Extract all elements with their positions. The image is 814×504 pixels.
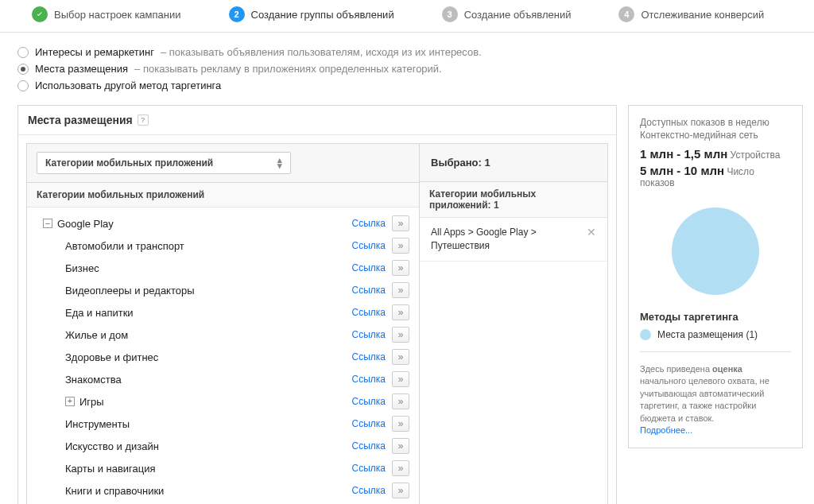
panel-title-row: Места размещения ? xyxy=(18,106,616,135)
two-cols: Категории мобильных приложений ▴▾ Катего… xyxy=(26,143,608,504)
tree-row[interactable]: Карты и навигацияСсылка» xyxy=(27,457,419,479)
tree-row[interactable]: Еда и напиткиСсылка» xyxy=(27,301,419,324)
radio-interests[interactable]: Интересы и ремаркетинг – показывать объя… xyxy=(17,44,797,60)
step-label: Отслеживание конверсий xyxy=(641,9,764,21)
stat-label: Устройства xyxy=(731,149,781,161)
category-link[interactable]: Ссылка xyxy=(352,396,386,407)
add-button[interactable]: » xyxy=(392,260,409,276)
tree-label: Книги и справочники xyxy=(65,485,352,497)
stat-value: 1 млн - 1,5 млн xyxy=(640,147,727,161)
add-button[interactable]: » xyxy=(392,304,409,320)
category-dropdown[interactable]: Категории мобильных приложений ▴▾ xyxy=(37,152,291,174)
category-link[interactable]: Ссылка xyxy=(352,374,386,385)
method-placements[interactable]: Места размещения (1) xyxy=(640,329,791,340)
radio-other[interactable]: Использовать другой метод таргетинга xyxy=(17,77,797,94)
tree-label: Искусство и дизайн xyxy=(65,440,352,452)
tree-label: Инструменты xyxy=(65,418,352,430)
tree-row[interactable]: Книги и справочникиСсылка» xyxy=(27,479,419,502)
targeting-method-radios: Интересы и ремаркетинг – показывать объя… xyxy=(0,33,814,105)
tree-row[interactable]: БизнесСсылка» xyxy=(27,257,419,279)
expand-icon[interactable]: + xyxy=(65,397,75,406)
selected-header: Выбрано: 1 xyxy=(420,144,607,182)
tree-row[interactable]: ЗнакомстваСсылка» xyxy=(27,368,419,390)
add-button[interactable]: » xyxy=(392,438,409,454)
dropdown-row: Категории мобильных приложений ▴▾ xyxy=(27,144,419,183)
main-columns: Места размещения ? Категории мобильных п… xyxy=(0,105,814,504)
remove-icon[interactable]: ✕ xyxy=(587,226,596,238)
panel-title: Места размещения xyxy=(28,114,133,126)
add-button[interactable]: » xyxy=(392,327,409,343)
tree-row[interactable]: Видеоплееры и редакторыСсылка» xyxy=(27,279,419,301)
tree-label: Видеоплееры и редакторы xyxy=(65,285,352,297)
step-1[interactable]: Выбор настроек кампании xyxy=(32,6,181,22)
tree-label: Знакомства xyxy=(65,374,352,386)
tree-row[interactable]: ИнструментыСсылка» xyxy=(27,413,419,435)
add-button[interactable]: » xyxy=(392,416,409,432)
category-link[interactable]: Ссылка xyxy=(352,307,386,318)
category-link[interactable]: Ссылка xyxy=(352,418,386,429)
sidebar-subtitle: Контекстно-медийная сеть xyxy=(640,130,791,141)
add-button[interactable]: » xyxy=(392,238,409,254)
category-link[interactable]: Ссылка xyxy=(352,218,386,229)
tree-label: Google Play xyxy=(57,218,352,230)
radio-icon xyxy=(17,80,29,91)
radio-placements[interactable]: Места размещения – показывать рекламу в … xyxy=(17,60,797,77)
help-icon[interactable]: ? xyxy=(138,114,149,126)
radio-icon xyxy=(17,47,29,58)
tree-row[interactable]: +ИгрыСсылка» xyxy=(27,390,419,413)
step-2[interactable]: 2 Создание группы объявлений xyxy=(229,6,394,22)
category-link[interactable]: Ссылка xyxy=(352,463,386,474)
stat-value: 5 млн - 10 млн xyxy=(640,164,724,177)
collapse-icon[interactable]: – xyxy=(43,219,52,228)
radio-icon xyxy=(17,64,29,75)
step-3[interactable]: 3 Создание объявлений xyxy=(442,6,572,22)
category-tree[interactable]: –Google PlayСсылка»Автомобили и транспор… xyxy=(27,207,419,504)
tree-row[interactable]: Жилье и домСсылка» xyxy=(27,324,419,346)
category-link[interactable]: Ссылка xyxy=(352,240,386,251)
category-link[interactable]: Ссылка xyxy=(352,485,386,496)
add-button[interactable]: » xyxy=(392,483,409,498)
add-button[interactable]: » xyxy=(392,282,409,298)
pie-chart-icon xyxy=(672,207,759,295)
method-label: Места размещения (1) xyxy=(657,329,758,340)
radio-label: Места размещения xyxy=(35,63,128,75)
tree-label: Бизнес xyxy=(65,262,352,274)
step-label: Выбор настроек кампании xyxy=(54,9,181,21)
stepper: Выбор настроек кампании 2 Создание групп… xyxy=(0,0,814,33)
tree-row[interactable]: Искусство и дизайнСсылка» xyxy=(27,435,419,457)
step-number-icon: 4 xyxy=(618,6,634,22)
estimate-note: Здесь приведена оценка начального целево… xyxy=(640,363,791,436)
legend-dot-icon xyxy=(640,329,651,340)
placements-panel: Места размещения ? Категории мобильных п… xyxy=(17,105,617,504)
tree-row[interactable]: Автомобили и транспортСсылка» xyxy=(27,235,419,257)
radio-desc: – показывать объявления пользователям, и… xyxy=(161,46,482,58)
add-button[interactable]: » xyxy=(392,349,409,365)
estimate-sidebar: Доступных показов в неделю Контекстно-ме… xyxy=(628,105,803,448)
stat-devices: 1 млн - 1,5 млн Устройства xyxy=(640,147,791,161)
sort-arrows-icon: ▴▾ xyxy=(277,157,282,169)
step-number-icon: 3 xyxy=(442,6,458,22)
tree-row[interactable]: Здоровье и фитнесСсылка» xyxy=(27,346,419,368)
tree-label: Автомобили и транспорт xyxy=(65,240,352,252)
sidebar-title: Доступных показов в неделю xyxy=(640,117,791,128)
check-icon xyxy=(32,6,48,22)
category-link[interactable]: Ссылка xyxy=(352,285,386,296)
selected-subheader: Категории мобильных приложений: 1 xyxy=(420,182,607,218)
category-link[interactable]: Ссылка xyxy=(352,440,386,452)
category-link[interactable]: Ссылка xyxy=(352,329,386,340)
selected-text: All Apps > Google Play > Путешествия xyxy=(431,226,580,253)
category-link[interactable]: Ссылка xyxy=(352,351,386,362)
step-4[interactable]: 4 Отслеживание конверсий xyxy=(618,6,764,22)
add-button[interactable]: » xyxy=(392,394,409,409)
add-button[interactable]: » xyxy=(392,215,409,231)
radio-label: Использовать другой метод таргетинга xyxy=(35,79,221,91)
add-button[interactable]: » xyxy=(392,371,409,387)
tree-label: Еда и напитки xyxy=(65,307,352,319)
category-link[interactable]: Ссылка xyxy=(352,262,386,273)
selected-item: All Apps > Google Play > Путешествия ✕ xyxy=(420,218,607,262)
learn-more-link[interactable]: Подробнее... xyxy=(640,425,692,435)
tree-row[interactable]: –Google PlayСсылка» xyxy=(27,212,419,235)
tree-label: Карты и навигация xyxy=(65,463,352,475)
add-button[interactable]: » xyxy=(392,460,409,476)
panel-body: Категории мобильных приложений ▴▾ Катего… xyxy=(18,135,616,504)
